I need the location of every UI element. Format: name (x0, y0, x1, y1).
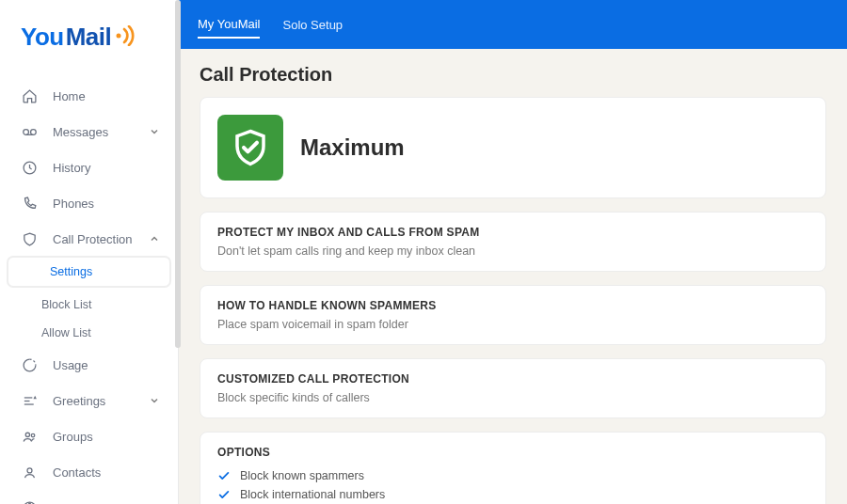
sidebar-item-label: History (53, 161, 90, 175)
sidebar-item-messages[interactable]: Messages (0, 114, 178, 150)
sidebar-nav: Home Messages History (0, 78, 178, 504)
svg-point-1 (23, 129, 28, 134)
section-heading: OPTIONS (217, 446, 808, 459)
section-subtext: Place spam voicemail in spam folder (217, 318, 808, 331)
section-protect-inbox[interactable]: PROTECT MY INBOX AND CALLS FROM SPAM Don… (200, 212, 826, 272)
shield-icon (21, 230, 38, 247)
sidebar-item-label: Phones (53, 197, 94, 211)
protection-level-card[interactable]: Maximum (200, 97, 826, 198)
option-text: Block known spammers (240, 469, 364, 482)
svg-point-2 (30, 129, 36, 134)
sidebar-item-greetings[interactable]: Greetings (0, 383, 178, 418)
logo-broadcast-icon (115, 25, 139, 50)
sub-label: Allow List (41, 326, 91, 339)
sidebar-item-label: Groups (53, 430, 93, 444)
check-icon (217, 469, 231, 482)
scroll-track (175, 0, 181, 504)
logo[interactable]: YouMail (0, 0, 178, 78)
section-subtext: Block specific kinds of callers (217, 391, 808, 404)
sidebar-item-phones[interactable]: Phones (0, 185, 178, 221)
tab-my-youmail[interactable]: My YouMail (198, 11, 260, 39)
check-icon (217, 488, 231, 501)
protection-level-name: Maximum (300, 134, 405, 161)
usage-icon (21, 356, 38, 373)
sub-label: Block List (41, 298, 92, 311)
sidebar-item-label: Home (53, 89, 86, 103)
section-known-spammers[interactable]: HOW TO HANDLE KNOWN SPAMMERS Place spam … (200, 285, 826, 345)
chevron-up-icon (150, 232, 159, 246)
voicemail-icon (21, 123, 38, 140)
home-icon (21, 87, 38, 104)
sidebar-item-contacts[interactable]: Contacts (0, 454, 178, 490)
sidebar-subitem-allow-list[interactable]: Allow List (0, 319, 178, 347)
groups-icon (21, 428, 38, 445)
logo-mail: Mail (66, 23, 112, 52)
section-options: OPTIONS Block known spammers Block inter… (200, 432, 826, 504)
section-heading: HOW TO HANDLE KNOWN SPAMMERS (217, 299, 808, 312)
svg-point-8 (25, 433, 29, 436)
sidebar-item-label: Conferences (53, 501, 122, 505)
content: Call Protection Maximum PROTECT MY INBOX… (179, 49, 847, 504)
scroll-thumb[interactable] (175, 0, 181, 348)
section-heading: PROTECT MY INBOX AND CALLS FROM SPAM (217, 226, 808, 239)
svg-point-0 (117, 33, 121, 38)
chevron-down-icon (150, 125, 159, 139)
chevron-down-icon (150, 394, 159, 408)
svg-point-10 (27, 467, 32, 472)
tab-label: My YouMail (198, 17, 260, 31)
tab-solo-setup[interactable]: Solo Setup (282, 12, 343, 38)
topbar: My YouMail Solo Setup (179, 0, 847, 49)
option-block-known-spammers: Block known spammers (217, 466, 808, 485)
sidebar-item-call-protection[interactable]: Call Protection (0, 221, 178, 257)
sidebar-item-label: Greetings (53, 394, 105, 408)
conferences-icon (21, 499, 38, 504)
page-title: Call Protection (200, 64, 826, 86)
sidebar-item-groups[interactable]: Groups (0, 418, 178, 454)
sub-label: Settings (50, 265, 92, 278)
logo-you: You (21, 23, 64, 52)
sidebar-item-label: Usage (53, 358, 88, 372)
option-text: Block international numbers (240, 488, 385, 501)
sidebar-item-conferences[interactable]: Conferences (0, 490, 178, 504)
shield-check-icon (217, 115, 283, 181)
sidebar-subitem-block-list[interactable]: Block List (0, 291, 178, 319)
section-heading: CUSTOMIZED CALL PROTECTION (217, 372, 808, 386)
tab-label: Solo Setup (282, 18, 343, 32)
greetings-icon (21, 392, 38, 409)
section-subtext: Don't let spam calls ring and keep my in… (217, 244, 808, 258)
sidebar-item-label: Contacts (53, 465, 101, 480)
sidebar: YouMail Home (0, 0, 179, 504)
contact-icon (21, 464, 38, 480)
phone-icon (21, 195, 38, 212)
sidebar-item-usage[interactable]: Usage (0, 347, 178, 383)
sidebar-subitem-settings[interactable]: Settings (8, 257, 170, 287)
sidebar-item-history[interactable]: History (0, 150, 178, 185)
sidebar-item-label: Call Protection (53, 232, 133, 246)
sidebar-item-home[interactable]: Home (0, 78, 178, 114)
section-custom-protection[interactable]: CUSTOMIZED CALL PROTECTION Block specifi… (200, 358, 826, 418)
svg-point-9 (31, 433, 35, 437)
option-block-international: Block international numbers (217, 485, 808, 504)
sidebar-item-label: Messages (53, 125, 108, 139)
main-column: My YouMail Solo Setup Call Protection Ma… (179, 0, 847, 504)
clock-icon (21, 159, 38, 176)
